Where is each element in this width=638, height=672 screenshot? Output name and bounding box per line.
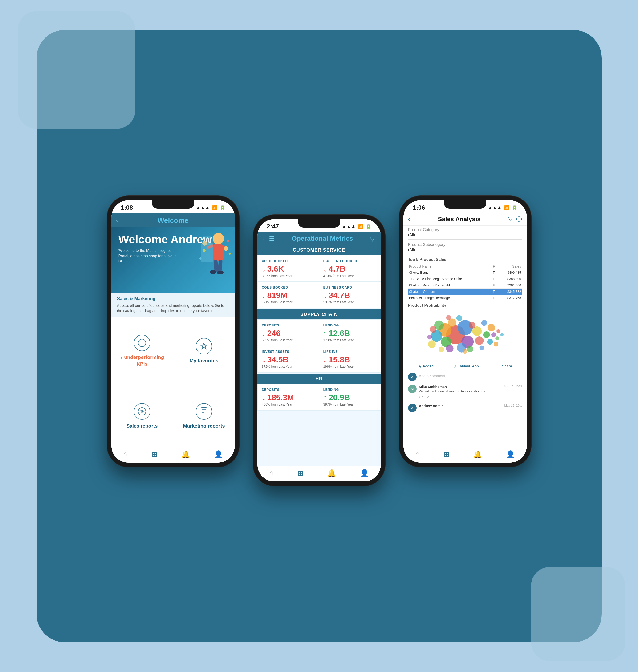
svg-point-54 <box>463 349 467 354</box>
p2-label-auto-booked: AUTO BOOKED <box>262 259 315 263</box>
svg-point-8 <box>210 270 216 274</box>
p2-change-bus-lend: 470% from Last Year <box>323 274 376 278</box>
p3-header-icons: ▽ ⓘ <box>508 216 522 223</box>
wifi-icon-2: 📶 <box>358 223 364 229</box>
p1-back-icon[interactable]: ‹ <box>116 217 118 224</box>
svg-text:%: % <box>140 409 144 414</box>
p2-section-hr: HR DEPOSITS ↓ 185.3M 456% from Last Year <box>257 373 381 410</box>
p3-filter-category: Product Category (All) <box>403 226 527 240</box>
product-sales: $388,890 <box>498 275 522 282</box>
p2-back-icon[interactable]: ‹ <box>263 235 265 242</box>
p2-menu-icon[interactable]: ☰ <box>269 235 275 242</box>
p2-nav-profile[interactable]: 👤 <box>360 469 369 477</box>
table-row[interactable]: Penfolds Grange Hermitage F $317,468 <box>408 295 522 301</box>
marketing-icon <box>196 403 212 420</box>
p3-back-icon[interactable]: ‹ <box>408 216 410 223</box>
p1-nav-grid[interactable]: ⊞ <box>151 450 157 458</box>
p2-change-cons-booked: 171% from Last Year <box>262 300 315 304</box>
p2-value-life-ins: ↓ 15.8B <box>323 355 376 364</box>
p2-label-bus-lend: BUS LEND BOOKED <box>323 259 376 263</box>
p2-label-deposits: DEPOSITS <box>262 323 315 327</box>
p1-nav-bell[interactable]: 🔔 <box>181 450 190 458</box>
p2-card-auto-booked: AUTO BOOKED ↓ 3.6K 322% from Last Year <box>258 255 319 282</box>
product-name: Penfolds Grange Hermitage <box>408 295 492 301</box>
svg-rect-13 <box>229 252 231 255</box>
favorites-icon <box>196 338 212 354</box>
status-time-2: 2:47 <box>267 223 279 230</box>
p3-filter-category-value[interactable]: (All) <box>408 233 522 239</box>
table-row[interactable]: 112-Bottle Pine Mega Storage Cube F $388… <box>408 275 522 282</box>
phone-welcome-screen: 1:08 ▲▲▲ 📶 🔋 ‹ Welcome Welcome Andrew 'W… <box>112 200 235 463</box>
svg-point-11 <box>226 240 229 242</box>
svg-point-48 <box>497 329 500 333</box>
p3-comment-placeholder[interactable]: Add a comment... <box>419 374 522 380</box>
p2-filter-icon[interactable]: ▽ <box>370 235 375 242</box>
signal-icon-3: ▲▲▲ <box>488 205 502 210</box>
p2-label-cons-booked: CONS BOOKED <box>262 285 315 289</box>
p3-info-icon[interactable]: ⓘ <box>516 216 522 223</box>
table-row[interactable]: Chateau Mouton-Rothschild F $381,360 <box>408 282 522 288</box>
warning-icon: ! <box>138 339 146 347</box>
p2-nav-home[interactable]: ⌂ <box>269 469 273 477</box>
p3-filter-icon[interactable]: ▽ <box>508 216 513 223</box>
p1-tile-kpi[interactable]: ! 7 underperforming KPIs <box>112 317 173 385</box>
status-time-3: 1:06 <box>413 204 425 211</box>
p3-table: Product Name F Sales Cheval Blanc F $409… <box>408 263 522 301</box>
p3-share-comment-icon[interactable]: ↗ <box>426 394 430 400</box>
p3-nav-profile[interactable]: 👤 <box>506 450 515 458</box>
p2-nav-grid[interactable]: ⊞ <box>298 469 303 477</box>
status-bar-3: 1:06 ▲▲▲ 📶 🔋 <box>403 200 527 213</box>
p1-tile-marketing[interactable]: Marketing reports <box>173 385 235 447</box>
p3-comment2-avatar: A <box>408 404 417 412</box>
status-icons-1: ▲▲▲ 📶 🔋 <box>196 205 225 210</box>
p1-nav-home[interactable]: ⌂ <box>123 450 128 458</box>
p1-nav-profile[interactable]: 👤 <box>214 450 223 458</box>
p3-comment-box: A Add a comment... <box>403 371 527 383</box>
status-bar-1: 1:08 ▲▲▲ 📶 🔋 <box>112 200 235 213</box>
table-row[interactable]: Cheval Blanc F $409,485 <box>408 269 522 275</box>
p3-table-title: Top 5 Product Sales <box>408 257 522 262</box>
hero-illustration <box>195 229 233 282</box>
p2-nav-bell[interactable]: 🔔 <box>328 469 336 477</box>
arrow-down-2: ↓ <box>323 264 328 273</box>
p3-reply-icon[interactable]: ↩ <box>419 394 423 400</box>
svg-rect-12 <box>199 257 202 259</box>
product-name: Chateau Mouton-Rothschild <box>408 282 492 288</box>
p3-nav-bell[interactable]: 🔔 <box>473 450 482 458</box>
p2-change-business-card: 334% from Last Year <box>323 300 376 304</box>
svg-point-35 <box>469 322 475 328</box>
p2-title: Operational Metrics <box>291 235 353 242</box>
product-name: Chateau d'Yquem <box>408 288 492 295</box>
svg-point-0 <box>213 233 224 244</box>
signal-icon-1: ▲▲▲ <box>196 205 209 210</box>
p2-value-invest: ↓ 34.5B <box>262 355 315 364</box>
p3-nav-grid[interactable]: ⊞ <box>443 450 449 458</box>
p2-label-lending: LENDING <box>323 323 376 327</box>
p3-share-btn[interactable]: ↑ Share <box>499 364 512 369</box>
p1-bottom-nav: ⌂ ⊞ 🔔 👤 <box>112 447 235 463</box>
p2-label-business-card: BUSINESS CARD <box>323 285 376 289</box>
p3-filter-subcategory-value[interactable]: (All) <box>408 248 522 254</box>
p3-bubble-chart <box>408 309 522 360</box>
signal-icon-2: ▲▲▲ <box>342 224 356 229</box>
p3-tableau-btn[interactable]: ↗ Tableau App <box>454 364 479 369</box>
product-flag: F <box>492 295 498 301</box>
product-name: Cheval Blanc <box>408 269 492 275</box>
p1-tile-favorites[interactable]: My favorites <box>173 317 235 385</box>
table-row[interactable]: Chateau d'Yquem F $345,782 <box>408 288 522 295</box>
arrow-down-4: ↓ <box>323 291 328 300</box>
phones-container: 1:08 ▲▲▲ 📶 🔋 ‹ Welcome Welcome Andrew 'W… <box>107 187 531 486</box>
svg-point-32 <box>483 331 490 338</box>
p3-col-f: F <box>492 263 498 269</box>
p2-section-supply-header: SUPPLY CHAIN <box>257 309 381 319</box>
p1-tile-sales-label: Sales reports <box>126 423 157 429</box>
p1-tile-sales[interactable]: % Sales reports <box>112 385 173 447</box>
p1-section-label: Sales & Marketing <box>112 293 235 303</box>
product-sales: $317,468 <box>498 295 522 301</box>
p3-added-btn[interactable]: ★ Added <box>418 364 434 369</box>
status-bar-2: 2:47 ▲▲▲ 📶 🔋 <box>257 219 381 232</box>
p3-nav-home[interactable]: ⌂ <box>415 450 419 458</box>
arrow-up-2: ↑ <box>323 393 328 402</box>
p2-change-auto-booked: 322% from Last Year <box>262 274 315 278</box>
svg-text:!: ! <box>141 340 143 345</box>
